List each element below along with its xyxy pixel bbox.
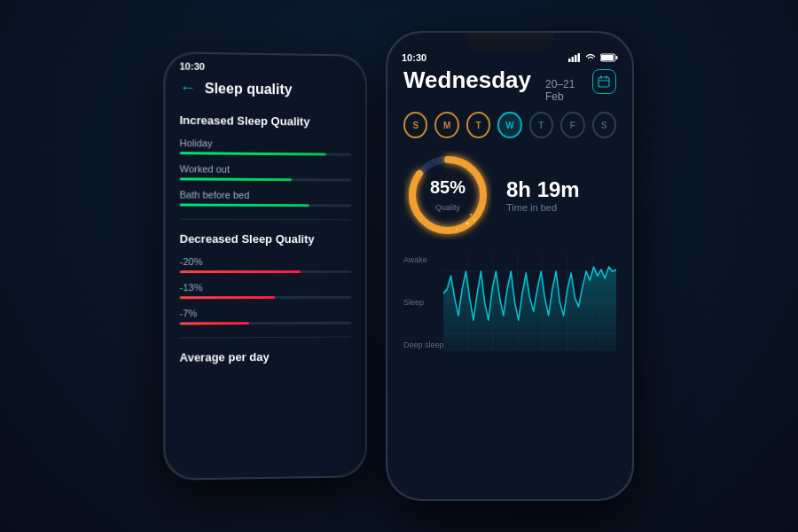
status-icons	[568, 53, 618, 62]
day-date: 20–21 Feb	[545, 78, 592, 103]
chart-label-sleep: Sleep	[403, 298, 444, 307]
divider-2	[180, 336, 352, 338]
wifi-icon	[584, 53, 597, 62]
quality-percent: 85%	[430, 177, 466, 198]
day-thu[interactable]: T	[529, 112, 553, 138]
bar-item-bath: Bath before bed	[180, 189, 352, 207]
svg-point-15	[473, 219, 475, 221]
nav-title: Sleep quality	[205, 81, 293, 98]
average-section-title: Average per day	[180, 349, 352, 364]
bar-track-workout	[180, 177, 352, 181]
time-info: 8h 19m Time in bed	[506, 177, 580, 213]
svg-rect-1	[572, 57, 575, 62]
chart-area	[443, 254, 616, 351]
svg-rect-5	[616, 56, 618, 59]
bar-track-holiday	[180, 152, 352, 156]
day-header: Wednesday 20–21 Feb	[403, 66, 616, 103]
back-button[interactable]: ←	[180, 79, 196, 98]
time-in-bed-value: 8h 19m	[506, 177, 580, 202]
calendar-icon	[598, 75, 610, 88]
chart-label-awake: Awake	[403, 255, 444, 264]
bar-fill-minus7	[180, 322, 249, 325]
svg-rect-7	[598, 77, 609, 87]
divider-1	[180, 219, 352, 221]
chart-label-deep: Deep sleep	[403, 340, 444, 349]
bar-track-minus20	[180, 270, 352, 273]
bar-track-minus7	[180, 322, 352, 325]
svg-rect-0	[568, 59, 571, 62]
right-time: 10:30	[402, 52, 426, 63]
sleep-chart: Awake Sleep Deep sleep	[403, 254, 616, 351]
left-phone: 10:30 ← Sleep quality Increased Sleep Qu…	[163, 51, 367, 481]
days-row: S M T W T F S	[403, 112, 616, 138]
bar-fill-workout	[180, 177, 292, 181]
bar-item-workout: Worked out	[180, 163, 352, 181]
day-name-group: Wednesday 20–21 Feb	[403, 66, 592, 103]
nav-bar: ← Sleep quality	[180, 75, 352, 104]
day-fri[interactable]: F	[560, 112, 584, 138]
day-sun[interactable]: S	[403, 112, 427, 138]
bar-label-workout: Worked out	[180, 163, 352, 175]
bar-label-minus13: -13%	[180, 282, 352, 293]
quality-ring: 85% Quality	[403, 151, 492, 239]
bar-track-minus13	[180, 296, 352, 299]
time-in-bed-label: Time in bed	[506, 202, 580, 213]
quality-label: Quality	[435, 203, 460, 212]
calendar-button[interactable]	[592, 69, 616, 94]
day-mon[interactable]: M	[434, 112, 458, 138]
ring-text: 85% Quality	[430, 177, 466, 214]
day-tue[interactable]: T	[466, 112, 490, 138]
decreased-section-title: Decreased Sleep Quality	[180, 232, 352, 246]
chart-svg	[443, 254, 616, 351]
left-time: 10:30	[180, 61, 205, 72]
bar-label-minus7: -7%	[180, 308, 352, 319]
svg-point-14	[456, 228, 458, 230]
chart-labels: Awake Sleep Deep sleep	[403, 254, 444, 351]
day-wed[interactable]: W	[497, 112, 521, 138]
quality-section: 85% Quality 8h 19m Time in bed	[403, 151, 616, 239]
increased-section-title: Increased Sleep Quality	[180, 113, 352, 129]
svg-point-16	[470, 214, 472, 215]
bar-fill-holiday	[180, 152, 326, 155]
bar-item-minus20: -20%	[180, 256, 352, 273]
scene: 10:30 ← Sleep quality Increased Sleep Qu…	[0, 0, 798, 532]
day-sat[interactable]: S	[592, 112, 616, 138]
bar-item-holiday: Holiday	[180, 137, 352, 156]
battery-icon	[600, 53, 618, 62]
right-phone: 10:30	[386, 31, 634, 501]
bar-label-minus20: -20%	[180, 256, 352, 267]
bar-fill-bath	[180, 204, 309, 207]
bar-item-minus7: -7%	[180, 308, 352, 325]
notch	[466, 33, 554, 51]
left-status-bar: 10:30	[165, 53, 365, 77]
bar-fill-minus13	[180, 296, 275, 299]
bar-label-bath: Bath before bed	[180, 189, 352, 200]
day-name: Wednesday	[403, 66, 531, 94]
bar-item-minus13: -13%	[180, 282, 352, 299]
signal-icon	[568, 53, 581, 62]
bar-track-bath	[180, 204, 352, 207]
svg-rect-3	[578, 53, 581, 62]
left-phone-screen: 10:30 ← Sleep quality Increased Sleep Qu…	[165, 53, 365, 479]
bar-fill-minus20	[180, 270, 301, 273]
svg-rect-2	[575, 55, 577, 62]
svg-point-13	[466, 223, 469, 225]
bar-label-holiday: Holiday	[180, 137, 352, 150]
svg-rect-6	[601, 55, 614, 60]
right-phone-screen: 10:30	[387, 33, 632, 499]
